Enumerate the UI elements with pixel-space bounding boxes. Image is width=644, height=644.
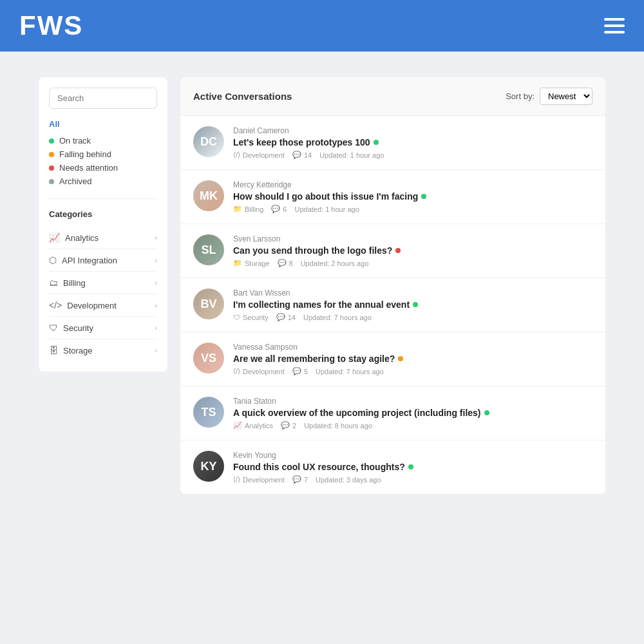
categories-title: Categories <box>49 209 157 219</box>
comment-icon: 💬 <box>276 313 285 321</box>
conv-tag: 🛡 Security <box>233 314 269 321</box>
avatar: MK <box>193 180 224 211</box>
filter-falling-behind-label: Falling behind <box>59 149 111 159</box>
filter-section: All On track Falling behind Needs attent… <box>49 119 157 199</box>
conv-updated: Updated: 1 hour ago <box>319 151 384 159</box>
conv-tag: ⟨/⟩ Development <box>233 475 285 484</box>
main-layout: All On track Falling behind Needs attent… <box>0 52 644 520</box>
sidebar-item-api-integration[interactable]: ⬡ API Integration › <box>49 249 157 272</box>
conv-title: Found this cool UX resource, thoughts? <box>233 462 592 472</box>
menu-button[interactable] <box>604 18 625 33</box>
conversation-item[interactable]: SL Sven Larsson Can you send through the… <box>180 224 605 278</box>
storage-icon: 🗄 <box>49 345 58 355</box>
sidebar: All On track Falling behind Needs attent… <box>39 77 167 372</box>
conversation-item[interactable]: DC Daniel Cameron Let's keep those proto… <box>180 116 605 170</box>
tag-label: Analytics <box>245 422 273 430</box>
conv-sender: Mercy Ketteridge <box>233 180 592 189</box>
search-input[interactable] <box>49 88 157 109</box>
tag-label: Development <box>243 368 285 375</box>
app-logo: FWS <box>19 10 83 41</box>
dev-label: Development <box>67 301 117 310</box>
tag-icon: ⟨/⟩ <box>233 367 240 375</box>
avatar: DC <box>193 126 224 157</box>
conv-tag: 📁 Storage <box>233 259 270 267</box>
comment-count: 5 <box>304 368 308 375</box>
conv-updated: Updated: 3 days ago <box>316 476 381 484</box>
analytics-label: Analytics <box>65 233 99 243</box>
conversation-item[interactable]: VS Vanessa Sampson Are we all rememberin… <box>180 332 605 386</box>
conv-comments: 💬 6 <box>271 205 287 213</box>
sidebar-item-billing[interactable]: 🗂 Billing › <box>49 272 157 294</box>
conversation-item[interactable]: BV Bart Van Wissen I'm collecting names … <box>180 278 605 332</box>
comment-icon: 💬 <box>292 475 301 484</box>
sort-label: Sort by: <box>506 91 535 101</box>
storage-chevron: › <box>155 346 157 354</box>
filter-on-track[interactable]: On track <box>49 134 157 147</box>
avatar: BV <box>193 289 224 319</box>
avatar: TS <box>193 397 224 428</box>
conversations-panel: Active Conversations Sort by: Newest Old… <box>180 77 605 494</box>
panel-title: Active Conversations <box>193 91 292 102</box>
tag-icon: 🛡 <box>233 314 240 321</box>
comment-count: 6 <box>283 205 287 213</box>
api-chevron: › <box>155 256 157 264</box>
comment-count: 2 <box>292 422 296 430</box>
conv-updated: Updated: 7 hours ago <box>316 368 384 375</box>
conv-comments: 💬 8 <box>278 259 293 267</box>
conv-sender: Tania Staton <box>233 397 592 406</box>
conv-updated: Updated: 1 hour ago <box>294 205 359 213</box>
status-dot <box>398 356 403 361</box>
conv-title: Can you send through the logo files? <box>233 245 592 256</box>
conversation-item[interactable]: MK Mercy Ketteridge How should I go abou… <box>180 170 605 224</box>
tag-label: Development <box>243 476 285 484</box>
comment-icon: 💬 <box>278 259 287 267</box>
api-label: API Integration <box>62 256 117 265</box>
conv-comments: 💬 5 <box>292 367 308 375</box>
conv-tag: ⟨/⟩ Development <box>233 367 285 375</box>
conv-meta: ⟨/⟩ Development 💬 5 Updated: 7 hours ago <box>233 367 592 375</box>
conv-meta: ⟨/⟩ Development 💬 7 Updated: 3 days ago <box>233 475 592 484</box>
dev-chevron: › <box>155 301 157 309</box>
comment-icon: 💬 <box>292 367 301 375</box>
conv-comments: 💬 14 <box>276 313 296 321</box>
conv-sender: Vanessa Sampson <box>233 343 592 352</box>
tag-icon: ⟨/⟩ <box>233 475 240 484</box>
conv-tag: 📁 Billing <box>233 205 263 213</box>
sort-select[interactable]: Newest Oldest Name <box>540 88 592 105</box>
conv-updated: Updated: 7 hours ago <box>303 314 372 321</box>
analytics-chevron: › <box>155 234 157 242</box>
conv-updated: Updated: 2 hours ago <box>301 260 369 267</box>
conv-title: Let's keep those prototypes 100 <box>233 137 592 147</box>
conversation-item[interactable]: TS Tania Staton A quick overview of the … <box>180 386 605 440</box>
api-icon: ⬡ <box>49 255 57 265</box>
filter-archived-label: Archived <box>59 176 92 186</box>
filter-falling-behind[interactable]: Falling behind <box>49 147 157 161</box>
status-dot <box>408 464 413 469</box>
sidebar-item-security[interactable]: 🛡 Security › <box>49 317 157 339</box>
tag-label: Security <box>243 314 269 321</box>
tag-icon: 📁 <box>233 205 242 213</box>
avatar: SL <box>193 234 224 265</box>
avatar: KY <box>193 451 224 482</box>
comment-count: 7 <box>304 476 308 484</box>
security-icon: 🛡 <box>49 323 58 333</box>
conv-comments: 💬 2 <box>281 421 296 430</box>
sidebar-item-storage[interactable]: 🗄 Storage › <box>49 339 157 361</box>
conv-meta: 📈 Analytics 💬 2 Updated: 8 hours ago <box>233 421 592 430</box>
comment-icon: 💬 <box>281 421 290 430</box>
comment-count: 8 <box>289 260 293 267</box>
sidebar-item-analytics[interactable]: 📈 Analytics › <box>49 227 157 249</box>
security-label: Security <box>63 323 93 333</box>
filter-archived[interactable]: Archived <box>49 175 157 188</box>
filter-all[interactable]: All <box>49 119 157 129</box>
sidebar-item-development[interactable]: </> Development › <box>49 294 157 317</box>
conv-sender: Bart Van Wissen <box>233 289 592 298</box>
conv-comments: 💬 14 <box>292 151 312 159</box>
conv-sender: Kevin Young <box>233 451 592 460</box>
conversation-item[interactable]: KY Kevin Young Found this cool UX resour… <box>180 440 605 494</box>
conv-meta: 📁 Billing 💬 6 Updated: 1 hour ago <box>233 205 592 213</box>
filter-needs-attention[interactable]: Needs attention <box>49 161 157 175</box>
conv-title: How should I go about this issue I'm fac… <box>233 191 592 202</box>
conv-tag: ⟨/⟩ Development <box>233 151 285 159</box>
panel-header: Active Conversations Sort by: Newest Old… <box>180 77 605 116</box>
